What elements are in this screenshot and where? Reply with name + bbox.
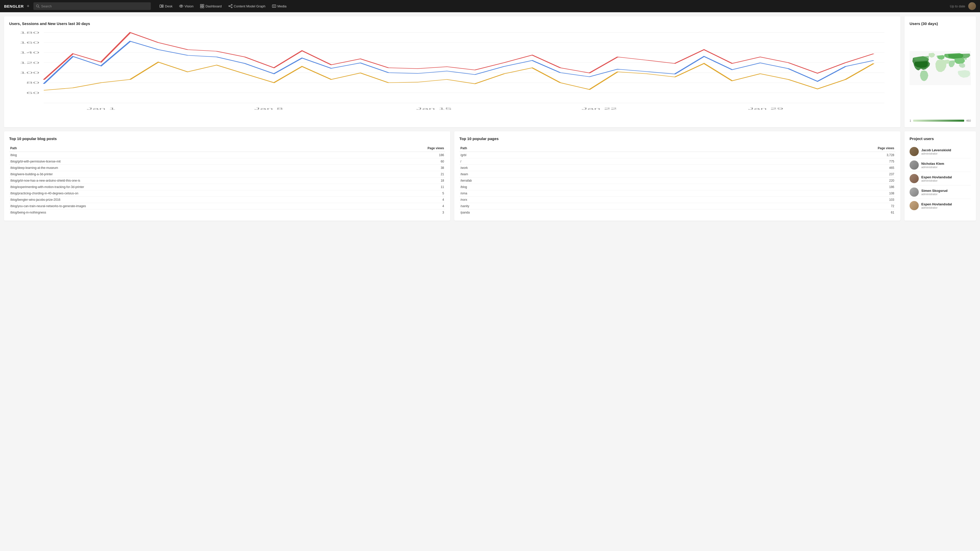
blog-table-row: /blog/were-building-a-3d-printer21 (9, 171, 445, 178)
user-avatar (910, 201, 919, 210)
header-right: Up to date (950, 2, 976, 10)
page-views: 61 (875, 210, 895, 216)
line-chart-panel: Users, Sessions and New Users last 30 da… (4, 16, 900, 127)
user-avatar (910, 187, 919, 197)
pages-table-row: /775 (460, 159, 895, 165)
user-name: Espen Hovlandsdal (921, 202, 952, 206)
users-list: Jacob Løvenskiold administrator Nicholas… (910, 145, 971, 212)
user-role: administrator (921, 165, 944, 168)
blog-panel: Top 10 popular blog posts Path Page view… (4, 131, 450, 221)
user-item: Espen Hovlandsdal administrator (910, 172, 971, 186)
blog-views: 21 (425, 171, 445, 178)
blog-path: /blog/grbl-now-has-a-new-arduino-shield-… (9, 178, 425, 184)
user-item: Simen Skogsrud administrator (910, 186, 971, 199)
nav-vision[interactable]: Vision (177, 3, 196, 10)
svg-line-14 (230, 5, 231, 6)
add-button[interactable]: + (27, 3, 30, 9)
page-path: /norx (460, 197, 875, 203)
user-info: Jacob Løvenskiold administrator (921, 148, 951, 155)
blog-table-row: /blog/deep-learning-at-the-museum38 (9, 165, 445, 171)
user-name: Jacob Løvenskiold (921, 148, 951, 152)
blog-views: 4 (425, 197, 445, 203)
svg-text:60: 60 (26, 91, 40, 94)
user-name: Nicholas Klem (921, 162, 944, 165)
line-chart-svg: 180 160 140 120 100 80 60 Jan 1 Jan 8 Ja… (9, 30, 895, 117)
svg-point-13 (231, 7, 232, 8)
pages-col-views: Page views (875, 145, 895, 152)
blog-table-row: /blog/grbl-with-permissive-license-mit60 (9, 159, 445, 165)
page-views: 465 (875, 165, 895, 171)
nav-desk-label: Desk (165, 4, 172, 8)
app-logo: BENGLER (4, 4, 24, 8)
svg-text:80: 80 (26, 81, 40, 84)
chart-container: 180 160 140 120 100 80 60 Jan 1 Jan 8 Ja… (9, 30, 895, 117)
svg-text:Jan 8: Jan 8 (254, 107, 283, 110)
map-title: Users (30 days) (910, 21, 971, 26)
desk-icon (159, 4, 164, 8)
svg-text:Jan 29: Jan 29 (748, 107, 783, 110)
nav-content-model-graph-label: Content Model Graph (234, 4, 266, 8)
pages-col-path: Path (460, 145, 875, 152)
map-legend: 1 460 (910, 119, 971, 122)
project-users-title: Project users (910, 137, 971, 141)
nav-dashboard-label: Dashboard (205, 4, 222, 8)
nav-media[interactable]: Media (269, 3, 289, 10)
nav-media-label: Media (277, 4, 286, 8)
world-map-svg (910, 30, 971, 106)
user-role: administrator (921, 152, 951, 155)
user-info: Espen Hovlandsdal administrator (921, 175, 952, 182)
user-avatar (910, 160, 919, 170)
svg-rect-8 (202, 4, 204, 6)
svg-rect-9 (200, 6, 202, 8)
blog-views: 186 (425, 152, 445, 159)
search-icon (36, 4, 40, 8)
search-bar[interactable] (33, 2, 151, 10)
blog-views: 11 (425, 184, 445, 190)
blog-path: /blog/bengler-wins-jacobs-prize-2016 (9, 197, 425, 203)
blog-views: 60 (425, 159, 445, 165)
svg-marker-17 (274, 6, 275, 6)
page-path: /work (460, 165, 875, 171)
search-input[interactable] (41, 4, 148, 8)
svg-rect-3 (162, 5, 163, 6)
svg-text:160: 160 (20, 41, 40, 44)
nav-content-model-graph[interactable]: Content Model Graph (226, 3, 268, 10)
blog-path: /blog/you-can-train-neural-networks-to-g… (9, 203, 425, 210)
svg-text:120: 120 (20, 61, 40, 64)
media-icon (272, 4, 276, 8)
blog-views: 18 (425, 178, 445, 184)
avatar[interactable] (968, 2, 976, 10)
user-info: Simen Skogsrud administrator (921, 189, 948, 196)
user-name: Espen Hovlandsdal (921, 175, 952, 179)
user-item: Jacob Løvenskiold administrator (910, 145, 971, 159)
blog-path: /blog (9, 152, 425, 159)
svg-line-1 (38, 7, 40, 8)
nav-desk[interactable]: Desk (157, 3, 175, 10)
pages-title: Top 10 popular pages (460, 137, 895, 141)
blog-views: 5 (425, 190, 445, 197)
graph-icon (228, 4, 232, 8)
nav-dashboard[interactable]: Dashboard (197, 3, 224, 10)
page-path: /grbl (460, 152, 875, 159)
svg-line-15 (230, 6, 231, 7)
pages-table-row: /blog186 (460, 184, 895, 190)
map-legend-bar (913, 120, 964, 122)
page-path: /oma (460, 190, 875, 197)
user-role: administrator (921, 206, 952, 209)
blog-title: Top 10 popular blog posts (9, 137, 445, 141)
pages-table-row: /terrafab220 (460, 178, 895, 184)
svg-rect-10 (202, 6, 204, 8)
pages-panel: Top 10 popular pages Path Page views /gr… (454, 131, 900, 221)
blog-views: 3 (425, 210, 445, 216)
user-info: Nicholas Klem administrator (921, 162, 944, 168)
map-legend-max: 460 (966, 119, 971, 122)
vision-icon (179, 4, 183, 8)
svg-text:Jan 1: Jan 1 (86, 107, 116, 110)
pages-table-row: /sanity72 (460, 203, 895, 210)
nav-vision-label: Vision (185, 4, 193, 8)
map-panel: Users (30 days) (904, 16, 976, 127)
svg-text:140: 140 (20, 51, 40, 54)
pages-table-row: /team237 (460, 171, 895, 178)
pages-table-row: /oma108 (460, 190, 895, 197)
pages-table-row: /norx103 (460, 197, 895, 203)
